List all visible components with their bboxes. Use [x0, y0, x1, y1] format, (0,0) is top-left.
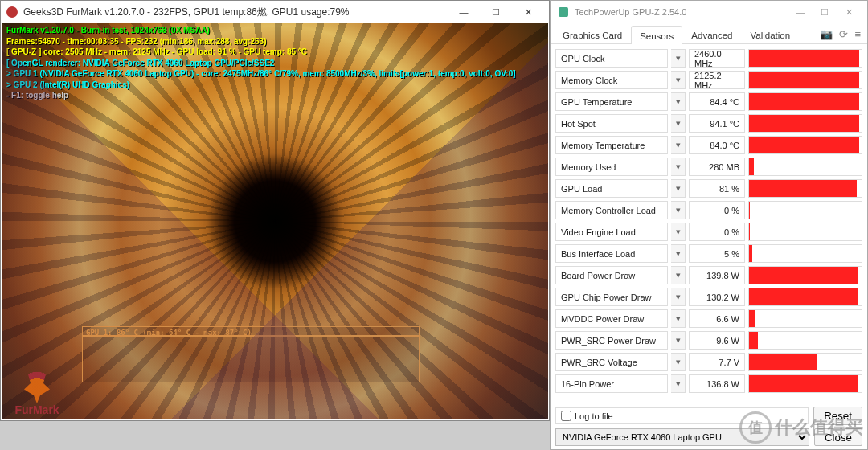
sensor-value[interactable]: 94.1 °C — [689, 114, 745, 133]
sensor-name[interactable]: PWR_SRC Power Draw — [555, 331, 668, 350]
svg-point-0 — [6, 6, 18, 18]
chevron-down-icon[interactable]: ▾ — [671, 158, 686, 176]
sensor-name[interactable]: GPU Chip Power Draw — [555, 288, 668, 306]
log-to-file-checkbox[interactable]: Log to file — [555, 407, 809, 424]
tab-validation[interactable]: Validation — [741, 25, 799, 43]
sensor-name[interactable]: PWR_SRC Voltage — [555, 353, 668, 371]
sensor-value[interactable]: 130.2 W — [689, 288, 745, 306]
sensors-panel: GPU Clock▾2460.0 MHzMemory Clock▾2125.2 … — [551, 44, 867, 396]
sensor-name[interactable]: Bus Interface Load — [555, 244, 668, 263]
sensor-value[interactable]: 81 % — [689, 179, 745, 198]
sensor-name[interactable]: GPU Load — [555, 179, 668, 198]
sensor-graph — [748, 288, 862, 306]
furmark-logo: FurMark — [5, 352, 69, 416]
chevron-down-icon[interactable]: ▾ — [671, 288, 686, 306]
minimize-button[interactable]: — — [788, 7, 813, 17]
reset-button[interactable]: Reset — [813, 407, 862, 425]
svg-rect-1 — [559, 7, 568, 17]
sensor-row: GPU Chip Power Draw▾130.2 W — [555, 286, 862, 308]
sensor-name[interactable]: Hot Spot — [555, 114, 668, 133]
sensor-value[interactable]: 5 % — [689, 244, 745, 263]
chevron-down-icon[interactable]: ▾ — [671, 92, 686, 111]
furmark-app-icon — [6, 6, 18, 18]
sensor-row: Memory Clock▾2125.2 MHz — [555, 69, 862, 91]
sensor-value[interactable]: 6.6 W — [689, 309, 745, 328]
sensor-value[interactable]: 84.0 °C — [689, 136, 745, 154]
sensor-row: Memory Temperature▾84.0 °C — [555, 134, 862, 156]
chevron-down-icon[interactable]: ▾ — [671, 49, 686, 68]
sensor-graph — [748, 374, 862, 393]
maximize-button[interactable]: ☐ — [813, 7, 837, 18]
sensor-row: GPU Temperature▾84.4 °C — [555, 91, 862, 112]
close-button[interactable]: ✕ — [837, 7, 861, 18]
sensor-value[interactable]: 0 % — [689, 223, 745, 241]
log-checkbox-input[interactable] — [561, 411, 571, 421]
chevron-down-icon[interactable]: ▾ — [671, 244, 686, 263]
sensor-graph — [748, 158, 862, 176]
tab-graphics-card[interactable]: Graphics Card — [554, 25, 631, 43]
chevron-down-icon[interactable]: ▾ — [671, 309, 686, 328]
tab-sensors[interactable]: Sensors — [631, 26, 682, 44]
sensor-row: Hot Spot▾94.1 °C — [555, 112, 862, 134]
sensor-row: PWR_SRC Voltage▾7.7 V — [555, 351, 862, 373]
sensor-value[interactable]: 139.8 W — [689, 266, 745, 284]
sensor-name[interactable]: GPU Clock — [555, 49, 668, 68]
sensor-value[interactable]: 84.4 °C — [689, 92, 745, 111]
sensor-value[interactable]: 2125.2 MHz — [689, 71, 745, 89]
sensor-name[interactable]: Video Engine Load — [555, 223, 668, 241]
chevron-down-icon[interactable]: ▾ — [671, 114, 686, 133]
maximize-button[interactable]: ☐ — [480, 4, 512, 20]
gpuz-window: TechPowerUp GPU-Z 2.54.0 — ☐ ✕ Graphics … — [550, 0, 868, 450]
chevron-down-icon[interactable]: ▾ — [671, 179, 686, 198]
sensor-graph — [748, 49, 862, 68]
sensor-value[interactable]: 280 MB — [689, 158, 745, 176]
chevron-down-icon[interactable]: ▾ — [671, 374, 686, 393]
gpu-graph-label: GPU 1: 86° C (min: 64° C - max: 87° C) — [86, 329, 252, 337]
sensor-value[interactable]: 7.7 V — [689, 353, 745, 371]
sensor-name[interactable]: Board Power Draw — [555, 266, 668, 284]
minimize-button[interactable]: — — [448, 4, 480, 20]
refresh-icon[interactable]: ⟳ — [839, 28, 848, 40]
chevron-down-icon[interactable]: ▾ — [671, 136, 686, 154]
furmark-hud: FurMark v1.20.7.0 - Burn-in test, 1024x7… — [6, 25, 516, 101]
sensor-name[interactable]: Memory Used — [555, 158, 668, 176]
furmark-titlebar[interactable]: Geeks3D FurMark v1.20.7.0 - 232FPS, GPU1… — [1, 1, 549, 23]
chevron-down-icon[interactable]: ▾ — [671, 223, 686, 241]
sensor-row: Bus Interface Load▾5 % — [555, 243, 862, 264]
furmark-render-canvas: FurMark v1.20.7.0 - Burn-in test, 1024x7… — [2, 23, 548, 419]
chevron-down-icon[interactable]: ▾ — [671, 353, 686, 371]
sensor-value[interactable]: 0 % — [689, 201, 745, 219]
sensor-graph — [748, 136, 862, 154]
gpu-select[interactable]: NVIDIA GeForce RTX 4060 Laptop GPU — [555, 428, 809, 446]
chevron-down-icon[interactable]: ▾ — [671, 201, 686, 219]
gpuz-title-text: TechPowerUp GPU-Z 2.54.0 — [575, 7, 686, 17]
sensor-name[interactable]: 16-Pin Power — [555, 374, 668, 393]
sensor-graph — [748, 201, 862, 219]
menu-icon[interactable]: ≡ — [854, 28, 861, 40]
sensor-value[interactable]: 2460.0 MHz — [689, 49, 745, 68]
tab-advanced[interactable]: Advanced — [682, 25, 741, 43]
close-button[interactable]: ✕ — [512, 4, 544, 20]
gpuz-titlebar[interactable]: TechPowerUp GPU-Z 2.54.0 — ☐ ✕ — [551, 1, 867, 23]
chevron-down-icon[interactable]: ▾ — [671, 331, 686, 350]
sensor-row: Board Power Draw▾139.8 W — [555, 264, 862, 286]
sensor-name[interactable]: Memory Temperature — [555, 136, 668, 154]
sensor-row: MVDDC Power Draw▾6.6 W — [555, 308, 862, 329]
sensor-graph — [748, 92, 862, 111]
gpuz-app-icon — [557, 6, 570, 18]
sensor-graph — [748, 244, 862, 263]
screenshot-icon[interactable]: 📷 — [820, 28, 833, 40]
sensor-graph — [748, 71, 862, 89]
sensor-graph — [748, 331, 862, 350]
chevron-down-icon[interactable]: ▾ — [671, 71, 686, 89]
sensor-graph — [748, 309, 862, 328]
sensor-value[interactable]: 136.8 W — [689, 374, 745, 393]
sensor-row: Video Engine Load▾0 % — [555, 221, 862, 243]
sensor-name[interactable]: Memory Controller Load — [555, 201, 668, 219]
chevron-down-icon[interactable]: ▾ — [671, 266, 686, 284]
sensor-name[interactable]: GPU Temperature — [555, 92, 668, 111]
sensor-name[interactable]: Memory Clock — [555, 71, 668, 89]
sensor-value[interactable]: 9.6 W — [689, 331, 745, 350]
sensor-name[interactable]: MVDDC Power Draw — [555, 309, 668, 328]
close-button-footer[interactable]: Close — [814, 428, 862, 446]
